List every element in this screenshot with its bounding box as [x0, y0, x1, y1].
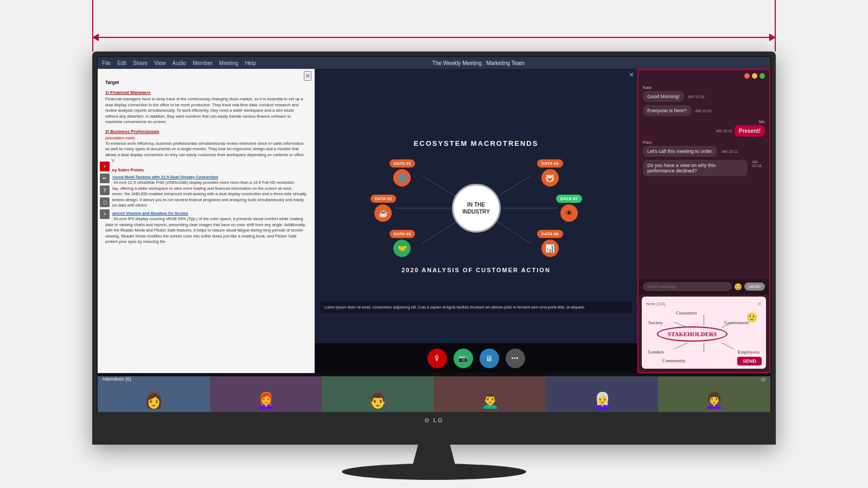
center-circle: IN THEINDUSTRY	[452, 184, 501, 233]
menu-view[interactable]: View	[154, 60, 166, 66]
doc-title: Target	[105, 80, 307, 86]
video-button[interactable]: 📷	[454, 349, 473, 368]
msg-bubble-paul-1: Let's call this meeting to order.	[643, 146, 717, 157]
note-panel: Note (1/3) ✕ 🙂 Customers Society Governm…	[642, 297, 766, 369]
menu-help[interactable]: Help	[245, 60, 256, 66]
msg-sender-me: Me	[759, 119, 765, 124]
chat-window-controls	[744, 73, 765, 79]
monitor-screen: File Edit Share View Audio Member Meetin…	[98, 57, 770, 427]
toolbar-edit-btn[interactable]: ✏	[100, 174, 110, 183]
attendees-options-btn[interactable]: ⚙	[761, 376, 766, 383]
message-kate-2: Everyone is here? AM 10:19	[643, 105, 765, 116]
data-icon-02: ☕	[374, 204, 392, 222]
message-me: Me AM 10:11 Present!	[643, 119, 765, 137]
note-drawing-area: 🙂 Customers Society Government STAKEHOLD…	[646, 310, 762, 364]
screen-content: File Edit Share View Audio Member Meetin…	[98, 57, 770, 427]
msg-sender-kate: Kate	[643, 85, 765, 90]
screen-share-button[interactable]: 🖥	[480, 349, 499, 368]
toolbar-text-btn[interactable]: T	[100, 185, 110, 195]
data-label-02: DATA 02	[371, 195, 397, 203]
chat-header	[639, 70, 769, 82]
toolbar-more-btn[interactable]: +	[100, 209, 110, 219]
mic-button[interactable]: 🎙	[427, 349, 447, 368]
note-word-employees: Employees	[738, 349, 760, 355]
doc-annotation: (annotation mark)	[105, 136, 307, 141]
main-content-row: ✕ + ✏ T ◻ + Target 1) Financial Managers	[98, 69, 770, 373]
doc-key2-text: The 34-inch IPS display covering sRGB 99…	[105, 216, 307, 245]
data-icon-05: 👁	[560, 204, 578, 222]
menu-bar: File Edit Share View Audio Member Meetin…	[98, 57, 770, 69]
doc-key1-text: The 34-inch 21:9 UltraWide FHD (2560x108…	[105, 180, 307, 209]
meeting-title: The Weekly Meeting : Marketing Team	[256, 60, 701, 66]
message-kate-1: Kate Good Morning! AM 10:18	[643, 85, 765, 102]
note-close-button[interactable]: ✕	[757, 301, 762, 307]
msg-time-paul-1: AM 10:11	[722, 150, 738, 153]
data-node-03: DATA 03 🤝	[390, 230, 416, 257]
data-icon-04: 🐷	[541, 169, 559, 187]
msg-bubble-paul-2: Do you have a view on why this performan…	[643, 160, 748, 176]
menu-member[interactable]: Member	[193, 60, 213, 66]
data-label-01: DATA 01	[390, 159, 416, 168]
presentation-title: ECOSYSTEM MACROTRENDS	[414, 139, 539, 147]
chat-panel: Kate Good Morning! AM 10:18 Everyone is …	[637, 69, 770, 373]
more-options-button[interactable]: •••	[506, 349, 525, 368]
data-node-01: DATA 01 🌐	[390, 159, 416, 187]
msg-bubble-me: Present!	[735, 125, 765, 137]
note-word-government: Government	[724, 320, 749, 325]
note-word-lenders: Lenders	[648, 349, 664, 355]
menu-share[interactable]: Share	[133, 60, 148, 66]
presentation-panel: ✕ ECOSYSTEM MACROTRENDS	[315, 69, 637, 373]
dot-red[interactable]	[744, 73, 750, 79]
msg-time-me: AM 10:11	[716, 129, 732, 133]
message-paul-1: Paul Let's call this meeting to order. A…	[643, 140, 765, 157]
doc-section3-title: 3 Key Sales Points	[105, 167, 307, 173]
data-node-05: DATA 05 👁	[556, 195, 582, 222]
attendees-label: Attendees (6)	[102, 376, 131, 382]
message-paul-2: Do you have a view on why this performan…	[643, 160, 765, 176]
note-word-community: Community	[662, 358, 686, 363]
chat-input-area: 😊 SEND	[639, 279, 769, 294]
presentation-close-button[interactable]: ✕	[629, 71, 634, 79]
document-close-button[interactable]: ✕	[304, 71, 311, 81]
dot-yellow[interactable]	[752, 73, 757, 79]
document-panel: ✕ + ✏ T ◻ + Target 1) Financial Managers	[98, 69, 315, 373]
menu-meeting[interactable]: Meeting	[219, 60, 239, 66]
menu-audio[interactable]: Audio	[173, 60, 187, 66]
chat-send-button[interactable]: SEND	[744, 282, 765, 291]
presentation-content: ECOSYSTEM MACROTRENDS	[315, 69, 637, 343]
toolbar-add-btn[interactable]: +	[100, 162, 110, 171]
msg-sender-paul: Paul	[643, 140, 765, 145]
menu-items: File Edit Share View Audio Member Meetin…	[102, 60, 256, 66]
msg-bubble-kate-2: Everyone is here?	[643, 105, 691, 116]
monitor-stand-base	[342, 464, 526, 480]
doc-section2-text: To enhance work efficiency, business pro…	[105, 141, 307, 164]
analysis-title: 2020 ANALYSIS OF CUSTOMER ACTION	[401, 267, 551, 273]
emoji-button[interactable]: 😊	[734, 283, 742, 291]
note-title: Note (1/3)	[646, 301, 666, 306]
chat-messages-area: Kate Good Morning! AM 10:18 Everyone is …	[639, 82, 769, 279]
data-node-02: DATA 02 ☕	[371, 195, 397, 222]
doc-section1-title: 1) Financial Managers	[105, 89, 307, 95]
data-label-03: DATA 03	[390, 230, 416, 238]
video-controls-bar: 🎙 📷 🖥 •••	[315, 343, 637, 373]
toolbar-shape-btn[interactable]: ◻	[100, 197, 110, 207]
data-icon-01: 🌐	[393, 169, 411, 187]
dot-green[interactable]	[760, 73, 765, 79]
data-icon-03: 🤝	[393, 240, 411, 257]
note-stakeholders-circle: STAKEHOLDERS	[657, 326, 727, 342]
monitor-bottom-bar: ⊙ LG	[97, 412, 771, 428]
note-word-customers: Customers	[676, 310, 697, 316]
data-icon-06: 📊	[541, 240, 559, 257]
data-label-06: DATA 06	[537, 230, 563, 238]
chat-message-input[interactable]	[643, 282, 732, 291]
doc-key1-title: Improved Multi-Tasking with 21:9 Dual Di…	[105, 175, 307, 181]
data-node-04: DATA 04 🐷	[537, 159, 563, 187]
presentation-body-text: Lorem ipsum dolor sit amet, consectetur …	[320, 301, 632, 314]
doc-key2-title: Enhanced Viewing and Reading On Screen	[105, 211, 307, 217]
menu-edit[interactable]: Edit	[117, 60, 126, 66]
monitor-bezel: File Edit Share View Audio Member Meetin…	[97, 56, 771, 428]
svg-line-10	[722, 343, 734, 349]
note-word-society: Society	[648, 320, 663, 325]
note-send-button[interactable]: SEND	[737, 357, 762, 365]
menu-file[interactable]: File	[102, 60, 111, 66]
